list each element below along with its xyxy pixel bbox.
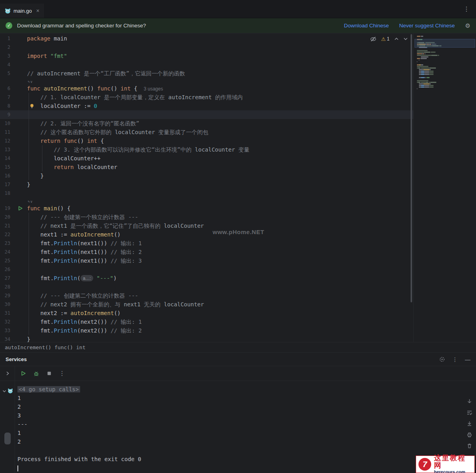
line-number[interactable]: 8 xyxy=(0,102,16,110)
line-number[interactable]: 32 xyxy=(0,317,16,326)
code-line[interactable]: 22 next1 := autoIncrement() xyxy=(0,230,413,239)
code-line[interactable]: 30 // next2 拥有一个全新的、与 next1 无关的 localCou… xyxy=(0,300,413,309)
code-line[interactable]: 15 return localCounter xyxy=(0,163,413,171)
code-line[interactable]: 2 xyxy=(0,43,413,52)
line-number[interactable]: 7 xyxy=(0,93,16,102)
code-line[interactable]: 31 next2 := autoIncrement() xyxy=(0,309,413,317)
code-line[interactable]: 10 // 2. 返回一个没有名字的“匿名函数” xyxy=(0,119,413,128)
go-service-icon[interactable] xyxy=(8,388,13,394)
line-number[interactable]: 5 xyxy=(0,69,16,78)
line-number[interactable]: 15 xyxy=(0,163,16,171)
panel-options-icon[interactable]: ⋮ xyxy=(452,356,458,363)
code-line[interactable]: 11 // 这个匿名函数与它外部的 localCounter 变量形成了一个闭包 xyxy=(0,128,413,137)
settings-gear-icon[interactable]: ⚙ xyxy=(465,22,470,29)
run-gutter-icon[interactable] xyxy=(16,204,25,213)
code-vision-row[interactable]: ✎∨ xyxy=(0,78,413,84)
code-line[interactable]: 6func autoIncrement() func() int {3 usag… xyxy=(0,84,413,93)
line-number[interactable]: 26 xyxy=(0,265,16,274)
line-number[interactable]: 16 xyxy=(0,171,16,180)
line-number[interactable]: 25 xyxy=(0,256,16,265)
console-node-line[interactable]: <4 go setup calls> xyxy=(17,385,463,394)
line-number[interactable]: 1 xyxy=(0,34,16,43)
line-number[interactable]: 2 xyxy=(0,43,16,52)
code-line[interactable]: 34} xyxy=(0,335,413,342)
line-number[interactable]: 29 xyxy=(0,291,16,300)
line-number[interactable]: 34 xyxy=(0,335,16,342)
code-line[interactable]: 32 fmt.Println(next2()) // 输出: 1 xyxy=(0,317,413,326)
code-line[interactable]: 4 xyxy=(0,60,413,69)
scroll-to-end-icon[interactable] xyxy=(466,421,472,427)
line-number[interactable]: 33 xyxy=(0,326,16,335)
line-number[interactable]: 31 xyxy=(0,309,16,317)
line-number[interactable]: 17 xyxy=(0,180,16,189)
debug-button[interactable] xyxy=(33,371,39,377)
breadcrumb[interactable]: autoIncrement() func() int xyxy=(0,342,476,352)
warning-count-badge[interactable]: ⚠ 1 xyxy=(381,36,390,42)
code-line[interactable]: 29 // --- 创建第二个独立的计数器 --- xyxy=(0,291,413,300)
hide-panel-icon[interactable]: — xyxy=(465,356,470,363)
code-line[interactable]: 8 localCounter := 0 xyxy=(0,102,413,110)
code-line[interactable]: 16 } xyxy=(0,171,413,180)
line-number[interactable]: 22 xyxy=(0,230,16,239)
line-number[interactable]: 23 xyxy=(0,239,16,248)
code-line[interactable]: 12 return func() int { xyxy=(0,137,413,145)
download-chinese-link[interactable]: Download Chinese xyxy=(344,23,389,29)
print-icon[interactable] xyxy=(466,432,472,438)
code-line[interactable]: 14 localCounter++ xyxy=(0,154,413,163)
line-number[interactable]: 28 xyxy=(0,283,16,291)
code-line[interactable]: 28 xyxy=(0,283,413,291)
editor-scrollbar[interactable] xyxy=(411,34,412,302)
code-line[interactable]: 13 // 3. 这个内部函数可以访问并修改它“出生环境”中的 localCou… xyxy=(0,145,413,154)
code-line[interactable]: 26 xyxy=(0,265,413,274)
console-output[interactable]: <4 go setup calls>123---12Process finish… xyxy=(15,381,463,473)
line-number[interactable]: 4 xyxy=(0,60,16,69)
code-line[interactable]: 7 // 1. localCounter 是一个局部变量，定义在 autoInc… xyxy=(0,93,413,102)
line-number[interactable]: 20 xyxy=(0,213,16,221)
code-line[interactable]: 17} xyxy=(0,180,413,189)
tool-window-layout-icon[interactable] xyxy=(439,356,445,362)
code-line[interactable]: 9 xyxy=(0,110,413,119)
line-number[interactable]: 11 xyxy=(0,128,16,137)
code-vision-icon[interactable]: ✎∨ xyxy=(28,200,33,204)
clear-console-icon[interactable] xyxy=(466,443,472,449)
never-suggest-chinese-link[interactable]: Never suggest Chinese xyxy=(399,23,455,29)
code-vision-row[interactable]: ✎∨ xyxy=(0,198,413,204)
line-number[interactable]: 9 xyxy=(0,110,16,119)
next-problem-button[interactable] xyxy=(403,37,408,40)
line-number[interactable]: 12 xyxy=(0,137,16,145)
code-line[interactable]: 33 fmt.Println(next2()) // 输出: 2 xyxy=(0,326,413,335)
line-number[interactable]: 13 xyxy=(0,145,16,154)
line-number[interactable]: 18 xyxy=(0,189,16,198)
tab-main-go[interactable]: main.go × xyxy=(0,4,44,18)
chevron-down-icon[interactable] xyxy=(2,390,6,393)
code-line[interactable]: 20 // --- 创建第一个独立的计数器 --- xyxy=(0,213,413,221)
run-button[interactable] xyxy=(21,371,26,376)
minimap[interactable] xyxy=(414,33,476,92)
line-number[interactable]: 30 xyxy=(0,300,16,309)
line-number[interactable]: 3 xyxy=(0,52,16,60)
soft-wrap-icon[interactable] xyxy=(466,410,472,415)
code-line[interactable]: 19func main() { xyxy=(0,204,413,213)
stop-button[interactable] xyxy=(46,371,52,376)
code-line[interactable]: 24 fmt.Println(next1()) // 输出: 2 xyxy=(0,248,413,256)
line-number[interactable]: 21 xyxy=(0,221,16,230)
line-number[interactable]: 10 xyxy=(0,119,16,128)
close-tab-icon[interactable]: × xyxy=(36,8,39,14)
line-number[interactable]: 19 xyxy=(0,204,16,213)
code-vision-icon[interactable]: ✎∨ xyxy=(28,80,33,84)
highlighting-level-icon[interactable] xyxy=(370,37,376,42)
toolbar-options-icon[interactable]: ⋮ xyxy=(59,370,65,377)
line-number[interactable]: 27 xyxy=(0,274,16,283)
line-number[interactable]: 14 xyxy=(0,154,16,163)
prev-problem-button[interactable] xyxy=(394,37,399,40)
editor[interactable]: 1package main23import "fmt"45// autoIncr… xyxy=(0,33,413,342)
code-line[interactable]: 1package main xyxy=(0,34,413,43)
intention-bulb-icon[interactable] xyxy=(29,103,35,109)
line-number[interactable]: 24 xyxy=(0,248,16,256)
code-line[interactable]: 23 fmt.Println(next1()) // 输出: 1 xyxy=(0,239,413,248)
tab-options-icon[interactable]: ⋮ xyxy=(463,5,476,13)
scroll-down-icon[interactable] xyxy=(466,398,472,404)
code-line[interactable]: 25 fmt.Println(next1()) // 输出: 3 xyxy=(0,256,413,265)
tree-scrollbar-thumb[interactable] xyxy=(4,433,11,444)
code-line[interactable]: 21 // next1 是一个函数，它“记住”了自己独有的 localCount… xyxy=(0,221,413,230)
